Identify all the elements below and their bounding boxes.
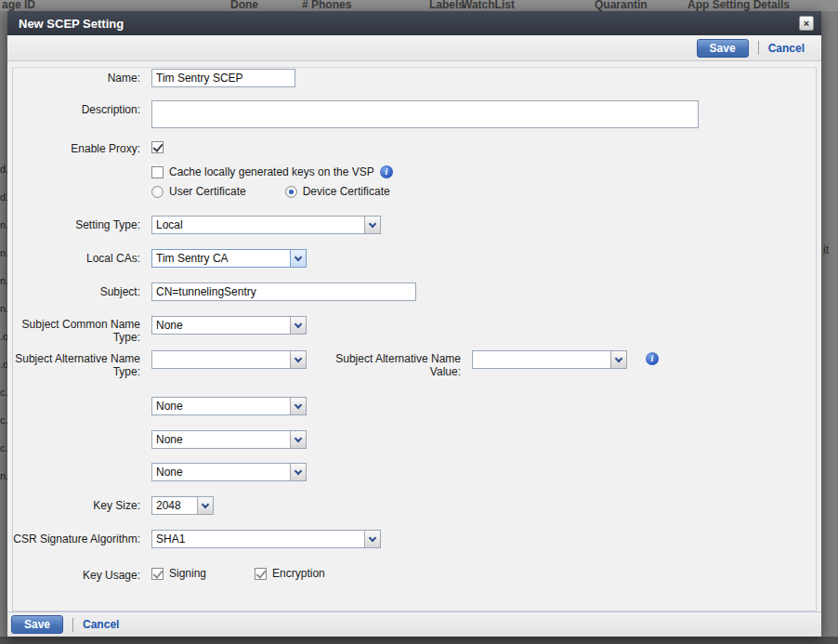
bg-col-header: age ID <box>2 0 35 11</box>
device-certificate-radio[interactable] <box>285 186 297 198</box>
extra-san-select-2[interactable]: None <box>151 430 307 449</box>
bg-fragment: it <box>823 243 829 256</box>
subject-input[interactable] <box>151 283 416 301</box>
description-label: Description: <box>7 103 147 116</box>
san-value-value <box>473 351 610 368</box>
chevron-down-icon <box>364 217 380 233</box>
background-bottom-bar <box>0 637 838 644</box>
extra-san-value-2: None <box>152 431 290 448</box>
subject-cn-type-value: None <box>152 317 290 334</box>
extra-san-value-1: None <box>152 398 290 414</box>
chevron-down-icon <box>364 531 380 547</box>
subject-label: Subject: <box>7 285 147 298</box>
dialog-toolbar: Save Cancel <box>7 35 821 61</box>
extra-san-value-3: None <box>152 464 290 480</box>
enable-proxy-label: Enable Proxy: <box>7 142 147 155</box>
description-input[interactable] <box>151 100 699 128</box>
dialog-title: New SCEP Setting <box>19 17 799 31</box>
chevron-down-icon <box>290 250 306 267</box>
local-cas-label: Local CAs: <box>7 252 147 265</box>
subject-cn-type-label: Subject Common Name Type: <box>7 318 147 344</box>
save-button-bottom[interactable]: Save <box>11 615 63 634</box>
cancel-button-top[interactable]: Cancel <box>768 42 805 55</box>
background-table-header: age ID Done # Phones Labels WatchList Qu… <box>0 0 838 11</box>
bg-col-header: Done <box>230 0 258 11</box>
cache-keys-label: Cache locally generated keys on the VSP <box>169 165 374 178</box>
key-size-select[interactable]: 2048 <box>151 496 214 515</box>
user-certificate-label: User Certificate <box>169 185 246 198</box>
setting-type-select[interactable]: Local <box>151 216 381 234</box>
extra-san-select-1[interactable]: None <box>151 397 307 415</box>
key-usage-label: Key Usage: <box>7 569 147 582</box>
key-usage-encryption-label: Encryption <box>272 567 325 580</box>
chevron-down-icon <box>290 464 306 480</box>
san-type-select[interactable] <box>151 350 307 369</box>
chevron-down-icon <box>290 317 306 334</box>
dialog-header: New SCEP Setting × <box>7 11 821 35</box>
key-size-label: Key Size: <box>7 499 147 512</box>
setting-type-value: Local <box>152 217 364 233</box>
csr-algorithm-select[interactable]: SHA1 <box>151 530 381 548</box>
enable-proxy-checkbox[interactable] <box>151 141 164 153</box>
local-cas-value: Tim Sentry CA <box>152 250 290 267</box>
local-cas-select[interactable]: Tim Sentry CA <box>151 249 307 268</box>
san-type-label: Subject Alternative Name Type: <box>7 352 147 378</box>
key-usage-signing-checkbox[interactable] <box>151 568 164 580</box>
csr-algorithm-label: CSR Signature Algorithm: <box>7 532 147 545</box>
bg-col-header: Quarantin <box>595 0 648 11</box>
chevron-down-icon <box>290 431 306 448</box>
chevron-down-icon <box>197 497 213 514</box>
save-button-top[interactable]: Save <box>697 39 749 58</box>
san-value-label: Subject Alternative Name Value: <box>333 352 467 378</box>
device-certificate-label: Device Certificate <box>303 185 390 198</box>
key-size-value: 2048 <box>152 497 197 514</box>
name-label: Name: <box>7 72 147 85</box>
subject-cn-type-select[interactable]: None <box>151 316 307 335</box>
close-icon[interactable]: × <box>799 16 814 31</box>
setting-type-label: Setting Type: <box>7 218 147 231</box>
key-usage-encryption-checkbox[interactable] <box>255 568 267 580</box>
bg-col-header: App Setting Details <box>687 0 790 11</box>
name-input[interactable] <box>151 69 295 87</box>
footer-divider <box>72 618 73 632</box>
bg-col-header: WatchList <box>462 0 515 11</box>
info-icon[interactable]: i <box>646 352 659 365</box>
cancel-button-bottom[interactable]: Cancel <box>83 618 119 631</box>
chevron-down-icon <box>610 351 626 368</box>
san-value-select[interactable] <box>472 350 627 369</box>
user-certificate-radio[interactable] <box>151 186 164 198</box>
chevron-down-icon <box>290 398 306 414</box>
key-usage-signing-label: Signing <box>169 567 206 580</box>
toolbar-divider <box>758 41 759 55</box>
info-icon[interactable]: i <box>380 165 393 178</box>
cache-keys-checkbox[interactable] <box>151 166 164 178</box>
bg-col-header: Labels <box>429 0 465 11</box>
dialog-footer: Save Cancel <box>7 611 821 637</box>
extra-san-select-3[interactable]: None <box>151 463 307 481</box>
bg-col-header: # Phones <box>302 0 351 11</box>
new-scep-setting-dialog: New SCEP Setting × Save Cancel Name: Des… <box>7 11 821 637</box>
chevron-down-icon <box>290 351 306 368</box>
san-type-value <box>152 351 290 368</box>
csr-algorithm-value: SHA1 <box>152 531 364 547</box>
